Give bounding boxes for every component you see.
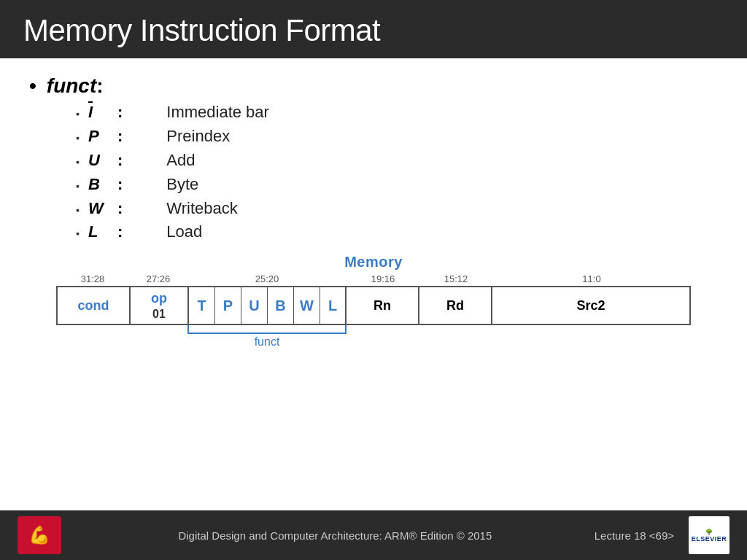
footer: 💪 Digital Design and Computer Architectu… <box>0 510 747 560</box>
b-cell: B <box>268 287 294 324</box>
sub-value-b: Byte <box>166 173 198 196</box>
list-item: ▪ B: Byte <box>76 173 718 196</box>
sub-value-i: Immediate bar <box>166 101 269 124</box>
t-cell: T <box>189 287 215 324</box>
funct-brace-row: funct <box>56 325 691 350</box>
arm-icon: 💪 <box>28 525 50 546</box>
u-cell: U <box>241 287 268 324</box>
op-cell: op 01 <box>131 287 189 324</box>
src2-cell: Src2 <box>492 287 689 324</box>
footer-copyright: Digital Design and Computer Architecture… <box>76 529 595 542</box>
sub-colon: : <box>117 101 123 124</box>
sub-colon: : <box>117 125 123 148</box>
brace-right <box>345 325 347 334</box>
sub-marker: ▪ <box>76 131 80 145</box>
elsevier-tree-icon: 🌳 <box>705 529 713 535</box>
brace-horiz <box>189 332 345 334</box>
sub-colon: : <box>117 220 123 244</box>
bullet-dot: • <box>29 74 36 98</box>
bit-label-11-0: 11:0 <box>492 273 691 284</box>
footer-logo-left: 💪 <box>18 516 61 554</box>
bullet-colon: : <box>96 74 103 98</box>
sub-value-l: Load <box>166 220 202 244</box>
sub-key-i: I <box>88 101 117 124</box>
diagram-section: Memory 31:28 27:26 25:20 19:16 15:12 11:… <box>29 254 718 350</box>
page-title: Memory Instruction Format <box>23 13 380 47</box>
sub-colon: : <box>117 173 123 196</box>
sub-key-w: W <box>88 197 117 220</box>
funct-brace-label: funct <box>187 335 347 349</box>
bit-label-31-28: 31:28 <box>56 273 129 284</box>
main-content: • funct: ▪ I: Immediate bar ▪ P: Preinde… <box>0 58 747 357</box>
sub-marker: ▪ <box>76 226 80 241</box>
list-item: ▪ U: Add <box>76 149 718 172</box>
sub-value-u: Add <box>166 149 195 172</box>
rn-cell: Rn <box>347 287 419 324</box>
sub-marker: ▪ <box>76 155 80 169</box>
cond-cell: cond <box>58 287 131 324</box>
sub-marker: ▪ <box>76 203 80 217</box>
bit-label-27-26: 27:26 <box>129 273 187 284</box>
main-bullet: • funct: <box>29 74 718 98</box>
elsevier-wordmark: ELSEVIER <box>692 535 727 542</box>
footer-logo-right: 🌳 ELSEVIER <box>689 516 729 554</box>
bit-labels-row: 31:28 27:26 25:20 19:16 15:12 11:0 <box>56 273 691 284</box>
bit-label-25-20: 25:20 <box>187 273 347 284</box>
p-cell: P <box>215 287 241 324</box>
list-item: ▪ L: Load <box>76 220 718 244</box>
l-cell: L <box>320 287 347 324</box>
page-header: Memory Instruction Format <box>0 0 747 58</box>
sub-value-p: Preindex <box>166 125 230 148</box>
funct-brace: funct <box>187 325 347 349</box>
instruction-format-table: cond op 01 T P U B W L <box>56 286 691 325</box>
list-item: ▪ I: Immediate bar <box>76 101 718 124</box>
list-item: ▪ W: Writeback <box>76 197 718 220</box>
rd-cell: Rd <box>419 287 492 324</box>
op-bottom: 01 <box>152 307 166 321</box>
brace-lines <box>187 325 347 334</box>
bullet-section: • funct: ▪ I: Immediate bar ▪ P: Preinde… <box>29 74 718 244</box>
sub-colon: : <box>117 197 123 220</box>
sub-bullets-list: ▪ I: Immediate bar ▪ P: Preindex ▪ U: Ad… <box>76 101 718 244</box>
footer-lecture: Lecture 18 <69> <box>595 529 674 542</box>
sub-value-w: Writeback <box>166 197 237 220</box>
funct-label: funct <box>47 74 96 98</box>
sub-key-l: L <box>88 220 117 244</box>
sub-key-u: U <box>88 149 117 172</box>
bit-label-15-12: 15:12 <box>419 273 492 284</box>
sub-colon: : <box>117 149 123 172</box>
diagram-title: Memory <box>344 254 403 271</box>
op-top: op <box>151 291 167 307</box>
sub-key-b: B <box>88 173 117 196</box>
sub-marker: ▪ <box>76 179 80 193</box>
list-item: ▪ P: Preindex <box>76 125 718 148</box>
sub-key-p: P <box>88 125 117 148</box>
bit-label-19-16: 19:16 <box>347 273 419 284</box>
w-cell: W <box>294 287 320 324</box>
sub-marker: ▪ <box>76 106 80 121</box>
